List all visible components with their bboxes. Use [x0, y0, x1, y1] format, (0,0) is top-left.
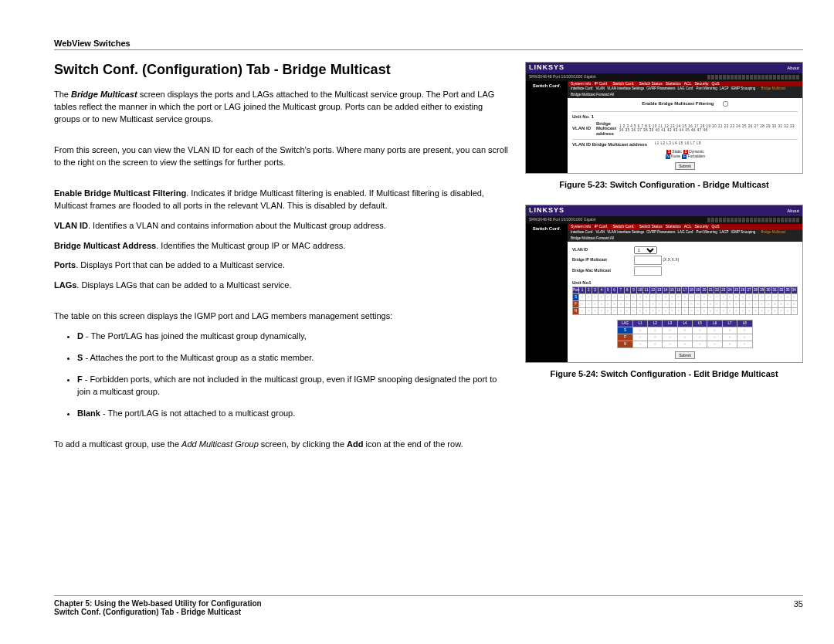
legend: SStatic DDynamic NNone FForbidden — [572, 150, 798, 159]
para-enable: Enable Bridge Multicast Filtering. Indic… — [54, 188, 510, 212]
page-footer: Chapter 5: Using the Web-based Utility f… — [54, 595, 803, 616]
main-text-column: Switch Conf. (Configuration) Tab - Bridg… — [54, 62, 510, 582]
submit-button[interactable]: Submit — [675, 162, 695, 170]
para-scroll: From this screen, you can view the VLAN … — [54, 144, 510, 169]
linksys-logo: LINKSYS — [529, 207, 564, 215]
para-vlanid: VLAN ID. Identifies a VLAN and contains … — [54, 220, 510, 232]
legend-list: D - The Port/LAG has joined the multicas… — [54, 330, 510, 420]
header-rule — [54, 49, 803, 50]
side-tab: Switch Conf. — [526, 81, 568, 173]
para-lags: LAGs. Displays LAGs that can be added to… — [54, 280, 510, 292]
figure-5-23-caption: Figure 5-23: Switch Configuration - Brid… — [525, 180, 803, 189]
figure-5-23: LINKSYSAbout SRW2048 48 Port 10/100/1000… — [525, 62, 803, 189]
sub-tabs: Interface Conf.VLANVLAN Interface Settin… — [568, 86, 802, 98]
sub-tabs: Interface Conf.VLANVLAN Interface Settin… — [568, 230, 802, 242]
lag-grid: LAGL1L2L3L4L5L6L7L8 S○○○○○○○○ F○○○○○○○○ … — [617, 320, 752, 348]
main-tabs: System InfoIP Conf.Switch Conf.Switch St… — [568, 81, 802, 87]
page-title: Switch Conf. (Configuration) Tab - Bridg… — [54, 62, 510, 78]
bridge-mac-input[interactable] — [634, 266, 662, 276]
para-intro: The Bridge Multicast screen displays the… — [54, 89, 510, 126]
para-ports: Ports. Displays Port that can be added t… — [54, 259, 510, 272]
side-tab: Switch Conf. — [526, 224, 568, 362]
vlan-id-select[interactable]: 1 — [634, 246, 657, 254]
about-link: About — [787, 66, 799, 71]
port-grid: Port123456789101112131415161718192021222… — [572, 286, 798, 315]
running-header: WebView Switches — [54, 39, 131, 48]
linksys-logo: LINKSYS — [529, 64, 564, 72]
figure-5-24: LINKSYSAbout SRW2048 48 Port 10/100/1000… — [525, 205, 803, 378]
para-add: To add a multicast group, use the Add Mu… — [54, 439, 510, 451]
para-bma: Bridge Multicast Address. Identifies the… — [54, 240, 510, 253]
about-link: About — [787, 208, 799, 214]
enable-filtering-checkbox[interactable] — [723, 101, 728, 107]
page-number: 35 — [794, 599, 803, 616]
screenshot-edit-bridge-multicast: LINKSYSAbout SRW2048 48 Port 10/100/1000… — [525, 205, 803, 363]
bridge-ip-input[interactable] — [634, 256, 662, 265]
submit-button[interactable]: Submit — [675, 351, 695, 359]
screenshot-bridge-multicast: LINKSYSAbout SRW2048 48 Port 10/100/1000… — [525, 62, 803, 174]
para-tableintro: The table on this screen displays the IG… — [54, 310, 510, 323]
figure-5-24-caption: Figure 5-24: Switch Configuration - Edit… — [525, 369, 803, 378]
main-tabs: System InfoIP Conf.Switch Conf.Switch St… — [568, 224, 802, 230]
